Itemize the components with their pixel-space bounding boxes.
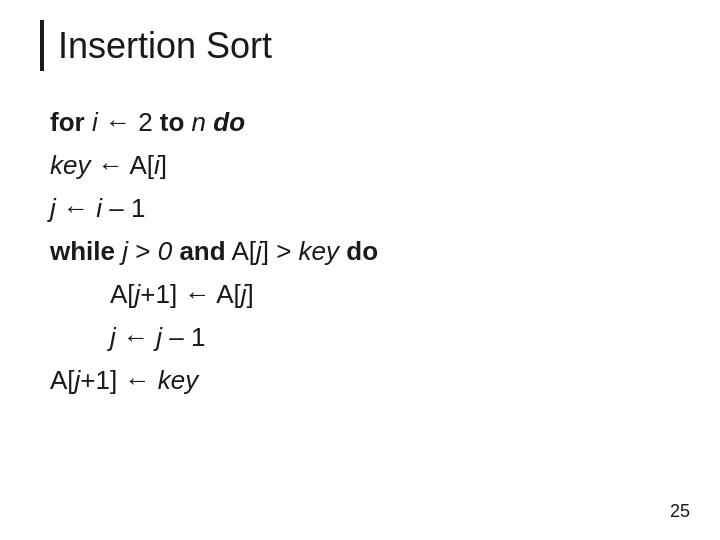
code-line-1: for i ← 2 to n do	[50, 101, 680, 144]
code-line-6: j ← j – 1	[50, 316, 680, 359]
code-line-5: A[j+1] ← A[j]	[50, 273, 680, 316]
code-line-4: while j > 0 and A[j] > key do	[50, 230, 680, 273]
slide-title: Insertion Sort	[58, 20, 272, 71]
slide-container: Insertion Sort for i ← 2 to n do key ← A…	[0, 0, 720, 540]
code-line-2: key ← A[i]	[50, 144, 680, 187]
code-block: for i ← 2 to n do key ← A[i] j ← i – 1 w…	[40, 101, 680, 401]
title-border	[40, 20, 44, 71]
code-line-3: j ← i – 1	[50, 187, 680, 230]
code-line-7: A[j+1] ← key	[50, 359, 680, 402]
page-number: 25	[670, 501, 690, 522]
title-bar: Insertion Sort	[40, 20, 680, 71]
